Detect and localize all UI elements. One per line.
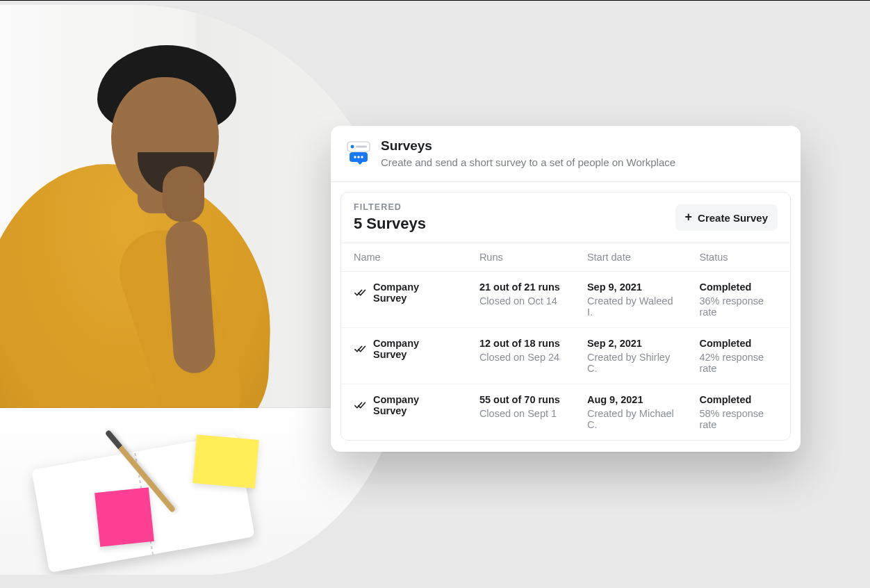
panel-title: Surveys (381, 138, 675, 154)
col-status: Status (687, 243, 790, 272)
table-row[interactable]: Company Survey 21 out of 21 runs Closed … (341, 272, 790, 328)
start-main: Sep 2, 2021 (587, 338, 675, 349)
status-main: Completed (699, 281, 778, 293)
svg-point-1 (351, 145, 354, 149)
panel-body: FILTERED 5 Surveys + Create Survey Name … (331, 182, 801, 452)
surveys-icon (346, 140, 371, 165)
card-head: FILTERED 5 Surveys + Create Survey (341, 193, 790, 243)
panel-subtitle: Create and send a short survey to a set … (381, 156, 675, 170)
runs-main: 12 out of 18 runs (479, 338, 562, 349)
status-main: Completed (699, 394, 778, 405)
survey-name-cell: Company Survey (354, 338, 454, 360)
surveys-table: Name Runs Start date Status (341, 243, 790, 440)
table-header-row: Name Runs Start date Status (341, 243, 790, 272)
status-main: Completed (699, 338, 778, 349)
survey-name: Company Survey (373, 281, 454, 304)
survey-name-cell: Company Survey (354, 394, 454, 416)
table-row[interactable]: Company Survey 55 out of 70 runs Closed … (341, 384, 790, 441)
double-check-icon (354, 343, 366, 355)
col-name: Name (341, 243, 467, 272)
panel-header: Surveys Create and send a short survey t… (331, 126, 801, 182)
table-row[interactable]: Company Survey 12 out of 18 runs Closed … (341, 328, 790, 384)
survey-name: Company Survey (373, 394, 454, 416)
svg-rect-2 (356, 146, 367, 148)
double-check-icon (354, 399, 366, 411)
filtered-label: FILTERED (354, 202, 426, 212)
col-runs: Runs (467, 243, 575, 272)
svg-point-4 (354, 156, 356, 158)
runs-sub: Closed on Sept 1 (479, 408, 562, 419)
surveys-panel: Surveys Create and send a short survey t… (331, 126, 801, 452)
double-check-icon (354, 286, 366, 299)
start-sub: Created by Michael C. (587, 408, 675, 430)
start-sub: Created by Waleed I. (587, 295, 675, 318)
card-head-left: FILTERED 5 Surveys (354, 202, 426, 233)
survey-name: Company Survey (373, 338, 454, 360)
start-main: Aug 9, 2021 (587, 394, 675, 405)
survey-name-cell: Company Survey (354, 281, 454, 304)
plus-icon: + (685, 211, 693, 223)
photo-sticky-pink (95, 487, 154, 547)
svg-point-5 (357, 156, 359, 158)
start-main: Sep 9, 2021 (587, 281, 675, 293)
status-sub: 42% response rate (699, 352, 778, 374)
start-sub: Created by Shirley C. (587, 352, 675, 374)
runs-main: 21 out of 21 runs (479, 281, 562, 293)
status-sub: 36% response rate (699, 295, 778, 318)
status-sub: 58% response rate (699, 408, 778, 430)
svg-point-6 (361, 156, 363, 158)
panel-header-text: Surveys Create and send a short survey t… (381, 138, 675, 169)
surveys-card: FILTERED 5 Surveys + Create Survey Name … (340, 192, 791, 441)
runs-sub: Closed on Oct 14 (479, 295, 562, 307)
runs-sub: Closed on Sep 24 (479, 352, 562, 363)
create-survey-button[interactable]: + Create Survey (675, 204, 778, 231)
photo-person-hand (163, 166, 204, 222)
runs-main: 55 out of 70 runs (479, 394, 562, 405)
photo-sticky-yellow (192, 434, 259, 489)
create-survey-label: Create Survey (698, 212, 768, 224)
surveys-count-title: 5 Surveys (354, 215, 426, 233)
col-start: Start date (575, 243, 687, 272)
